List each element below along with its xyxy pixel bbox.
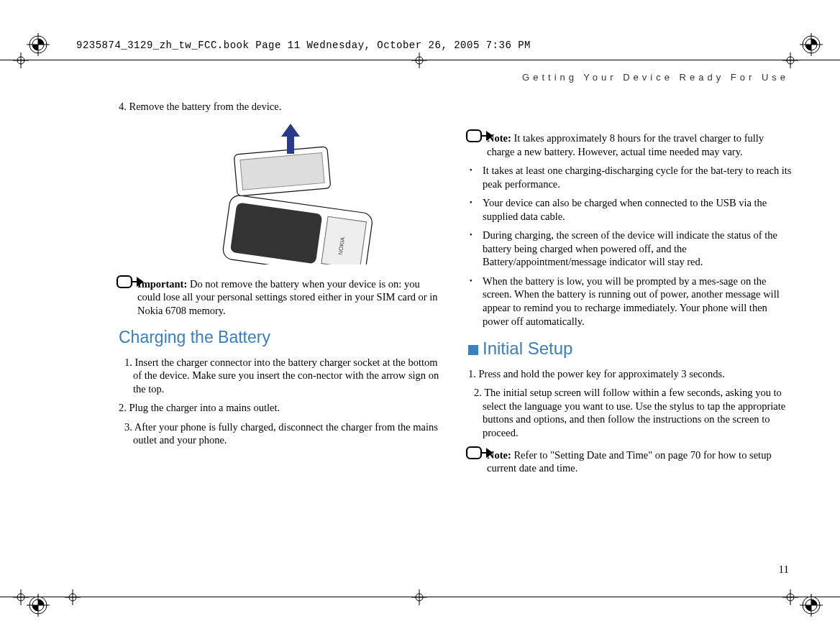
- charging-step-1: 1. Insert the charger connector into the…: [119, 356, 444, 396]
- print-header: 9235874_3129_zh_tw_FCC.book Page 11 Wedn…: [76, 40, 531, 51]
- crop-mark-icon: [782, 589, 798, 605]
- crop-mark-icon: [411, 52, 427, 68]
- registration-mark-icon: [800, 33, 823, 56]
- svg-rect-43: [287, 134, 294, 154]
- bullet-item: When the battery is low, you will be pro…: [483, 275, 793, 328]
- heading-charging: Charging the Battery: [119, 327, 444, 348]
- note-callout-1: Note: It takes approximately 8 hours for…: [468, 132, 793, 158]
- note-1-body: It takes approximately 8 hours for the t…: [487, 132, 764, 157]
- svg-rect-46: [467, 130, 481, 142]
- svg-rect-47: [467, 447, 481, 459]
- step-4-text: 4. Remove the battery from the device.: [119, 100, 444, 114]
- svg-rect-45: [117, 276, 132, 288]
- note-icon: [465, 444, 494, 461]
- initial-step-1: 1. Press and hold the power key for appr…: [468, 367, 793, 381]
- charging-step-3: 3. After your phone is fully charged, di…: [119, 420, 444, 447]
- registration-mark-icon: [800, 594, 823, 617]
- bullet-item: Your device can also be charged when con…: [483, 196, 793, 223]
- note-callout-2: Note: Refer to "Setting Date and Time" o…: [468, 448, 793, 475]
- note-icon: [465, 127, 494, 144]
- crop-mark-icon: [13, 52, 29, 68]
- initial-step-2: 2. The initial setup screen will follow …: [468, 386, 793, 439]
- page-content: Getting Your Device Ready For Use 4. Rem…: [119, 72, 793, 576]
- column-left: 4. Remove the battery from the device. N…: [119, 100, 444, 481]
- heading-initial-setup-text: Initial Setup: [483, 339, 572, 358]
- crop-mark-icon: [13, 589, 29, 605]
- chapter-heading: Getting Your Device Ready For Use: [119, 72, 793, 83]
- bullet-item: It takes at least one charging-dischargi…: [483, 164, 793, 190]
- device-battery-illustration: NOKIA: [181, 121, 382, 264]
- crop-mark-icon: [782, 52, 798, 68]
- important-label: Important:: [137, 278, 187, 290]
- important-callout: Important: Do not remove the battery whe…: [119, 277, 444, 318]
- page-number: 11: [779, 564, 789, 576]
- note-2-body: Refer to "Setting Date and Time" on page…: [487, 449, 772, 474]
- important-icon: [116, 273, 145, 290]
- charging-step-2: 2. Plug the charger into a mains outlet.: [119, 401, 444, 415]
- registration-mark-icon: [27, 33, 50, 56]
- heading-initial-setup: Initial Setup: [468, 338, 793, 360]
- registration-mark-icon: [27, 594, 50, 617]
- column-right: Note: It takes approximately 8 hours for…: [468, 100, 793, 481]
- bullet-item: During charging, the screen of the devic…: [483, 229, 793, 269]
- square-bullet-icon: [468, 345, 478, 355]
- crop-mark-icon: [65, 589, 81, 605]
- crop-mark-icon: [411, 589, 427, 605]
- svg-marker-44: [281, 124, 300, 137]
- charging-bullets: It takes at least one charging-dischargi…: [468, 164, 793, 328]
